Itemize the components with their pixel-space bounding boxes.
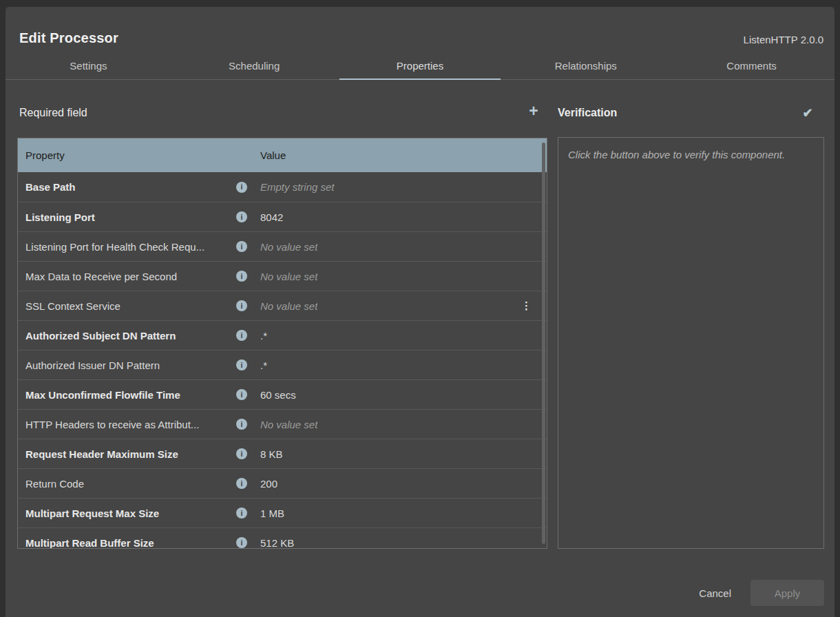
verification-message: Click the button above to verify this co… [568, 149, 785, 160]
property-name: Request Header Maximum Size [18, 448, 236, 460]
info-icon: i [236, 389, 247, 400]
property-name: Max Data to Receive per Second [18, 271, 236, 282]
add-property-button[interactable]: + [525, 102, 543, 120]
plus-icon: + [529, 102, 538, 121]
tab-bar: SettingsSchedulingPropertiesRelationship… [6, 52, 834, 80]
dialog-footer: Cancel Apply [695, 580, 824, 606]
tab-properties[interactable]: Properties [337, 52, 503, 79]
more-options-icon[interactable]: ⋮ [521, 300, 532, 312]
property-value[interactable]: 1 MB [260, 508, 284, 519]
info-icon: i [236, 211, 247, 222]
info-icon: i [236, 448, 247, 459]
property-name: Base Path [18, 181, 236, 193]
property-row[interactable]: Return Codei200 [18, 468, 547, 498]
verify-properties-button[interactable]: ✔ [799, 104, 817, 122]
tab-settings[interactable]: Settings [6, 52, 171, 79]
cancel-button[interactable]: Cancel [695, 587, 735, 599]
property-value[interactable]: No value set [260, 241, 317, 253]
property-row[interactable]: Listening Porti8042 [18, 202, 547, 231]
screen: Edit Processor ListenHTTP 2.0.0 Settings… [0, 0, 840, 617]
property-row[interactable]: SSL Context ServiceiNo value set⋮ [18, 291, 547, 320]
property-value[interactable]: No value set [260, 300, 317, 312]
property-row[interactable]: Request Header Maximum Sizei8 KB [18, 439, 547, 468]
info-icon: i [236, 241, 247, 252]
property-value[interactable]: .* [260, 359, 267, 371]
property-row[interactable]: HTTP Headers to receive as Attribut...iN… [18, 409, 547, 439]
property-value[interactable]: Empty string set [260, 181, 335, 193]
info-icon: i [236, 182, 247, 193]
info-icon: i [236, 330, 247, 341]
property-row[interactable]: Max Data to Receive per SecondiNo value … [18, 261, 547, 291]
property-name: Authorized Subject DN Pattern [18, 330, 236, 342]
property-value[interactable]: 512 KB [260, 537, 294, 549]
tab-relationships[interactable]: Relationships [503, 52, 669, 79]
property-row[interactable]: Authorized Subject DN Patterni.* [18, 320, 547, 350]
property-value[interactable]: No value set [260, 419, 317, 430]
property-name: Multipart Read Buffer Size [18, 537, 236, 549]
column-header-value: Value [260, 149, 286, 161]
verification-label: Verification [558, 107, 617, 119]
property-name: Return Code [18, 478, 236, 490]
property-row[interactable]: Listening Port for Health Check Requ...i… [18, 231, 547, 261]
info-icon: i [236, 537, 247, 548]
property-row[interactable]: Authorized Issuer DN Patterni.* [18, 350, 547, 379]
property-value[interactable]: 60 secs [260, 389, 296, 401]
property-name: Listening Port for Health Check Requ... [18, 241, 236, 253]
property-name: Authorized Issuer DN Pattern [18, 359, 236, 371]
property-row[interactable]: Max Unconfirmed Flowfile Timei60 secs [18, 379, 547, 409]
property-value[interactable]: No value set [260, 271, 317, 282]
properties-table-header: Property Value [18, 138, 547, 172]
properties-table: Property Value Base PathiEmpty string se… [17, 138, 547, 549]
property-name: Multipart Request Max Size [18, 508, 236, 519]
tab-scheduling[interactable]: Scheduling [171, 52, 337, 79]
info-icon: i [236, 271, 247, 282]
checkmark-icon: ✔ [802, 105, 812, 121]
processor-type-version: ListenHTTP 2.0.0 [744, 34, 823, 45]
property-value[interactable]: 8 KB [260, 448, 283, 460]
info-icon: i [236, 419, 247, 430]
verification-results-panel: Click the button above to verify this co… [558, 137, 824, 549]
property-name: Max Unconfirmed Flowfile Time [18, 389, 236, 401]
apply-button[interactable]: Apply [750, 580, 824, 606]
column-header-property: Property [18, 149, 236, 161]
properties-table-body: Base PathiEmpty string setListening Port… [18, 172, 547, 549]
property-row[interactable]: Base PathiEmpty string set [18, 172, 547, 202]
info-icon: i [236, 359, 247, 370]
edit-processor-dialog: Edit Processor ListenHTTP 2.0.0 Settings… [6, 7, 834, 617]
property-value[interactable]: .* [260, 330, 267, 342]
info-icon: i [236, 478, 247, 489]
table-scrollbar[interactable] [542, 143, 545, 544]
property-name: HTTP Headers to receive as Attribut... [18, 419, 236, 430]
tab-comments[interactable]: Comments [669, 52, 834, 79]
property-name: Listening Port [18, 211, 236, 223]
property-value[interactable]: 200 [260, 478, 277, 490]
property-value[interactable]: 8042 [260, 211, 283, 223]
dialog-title: Edit Processor [19, 30, 118, 46]
info-icon: i [236, 508, 247, 519]
property-row[interactable]: Multipart Read Buffer Sizei512 KB [18, 527, 547, 549]
property-name: SSL Context Service [18, 300, 236, 312]
required-field-label: Required field [19, 107, 87, 119]
property-row[interactable]: Multipart Request Max Sizei1 MB [18, 498, 547, 527]
info-icon: i [236, 300, 247, 311]
